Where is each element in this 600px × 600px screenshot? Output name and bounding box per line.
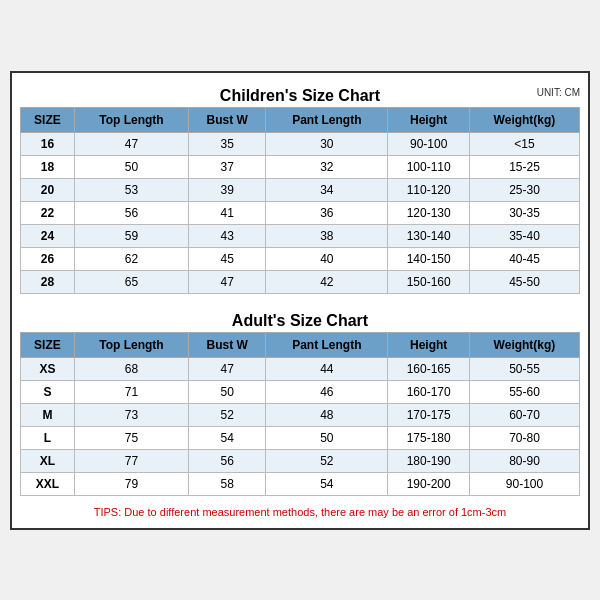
adult-cell: 54 [266, 472, 388, 495]
children-cell: 37 [189, 155, 266, 178]
adult-cell: 190-200 [388, 472, 470, 495]
children-cell: 47 [189, 270, 266, 293]
children-cell: 45 [189, 247, 266, 270]
children-table-row: 24594338130-14035-40 [21, 224, 580, 247]
chart-container: Children's Size Chart UNIT: CM SIZE Top … [10, 71, 590, 530]
adult-cell: S [21, 380, 75, 403]
adult-table: SIZE Top Length Bust W Pant Length Heigh… [20, 332, 580, 496]
children-cell: 90-100 [388, 132, 470, 155]
adult-title-text: Adult's Size Chart [232, 312, 368, 329]
adult-cell: 90-100 [469, 472, 579, 495]
children-cell: 20 [21, 178, 75, 201]
adult-cell: 175-180 [388, 426, 470, 449]
adult-cell: 71 [74, 380, 188, 403]
adult-col-pant-length: Pant Length [266, 332, 388, 357]
children-col-pant-length: Pant Length [266, 107, 388, 132]
children-cell: 130-140 [388, 224, 470, 247]
children-cell: 45-50 [469, 270, 579, 293]
children-cell: 42 [266, 270, 388, 293]
adult-cell: XS [21, 357, 75, 380]
children-cell: 35 [189, 132, 266, 155]
adult-cell: 50 [189, 380, 266, 403]
adult-cell: 160-165 [388, 357, 470, 380]
children-cell: 16 [21, 132, 75, 155]
adult-cell: 70-80 [469, 426, 579, 449]
children-cell: 120-130 [388, 201, 470, 224]
adult-col-weight: Weight(kg) [469, 332, 579, 357]
children-col-top-length: Top Length [74, 107, 188, 132]
children-cell: 32 [266, 155, 388, 178]
children-cell: 15-25 [469, 155, 579, 178]
adult-cell: 47 [189, 357, 266, 380]
children-section-title: Children's Size Chart UNIT: CM [20, 81, 580, 107]
children-cell: 150-160 [388, 270, 470, 293]
children-cell: 140-150 [388, 247, 470, 270]
children-cell: 41 [189, 201, 266, 224]
children-cell: 39 [189, 178, 266, 201]
children-cell: 56 [74, 201, 188, 224]
children-cell: 30-35 [469, 201, 579, 224]
children-col-bust-w: Bust W [189, 107, 266, 132]
adult-cell: M [21, 403, 75, 426]
adult-cell: 79 [74, 472, 188, 495]
adult-cell: 52 [266, 449, 388, 472]
adult-cell: 75 [74, 426, 188, 449]
adult-table-row: M735248170-17560-70 [21, 403, 580, 426]
children-cell: 100-110 [388, 155, 470, 178]
tips-text: TIPS: Due to different measurement metho… [20, 500, 580, 520]
children-cell: 65 [74, 270, 188, 293]
children-cell: 36 [266, 201, 388, 224]
children-cell: <15 [469, 132, 579, 155]
children-table-row: 1647353090-100<15 [21, 132, 580, 155]
adult-cell: 56 [189, 449, 266, 472]
children-cell: 40-45 [469, 247, 579, 270]
adult-header-row: SIZE Top Length Bust W Pant Length Heigh… [21, 332, 580, 357]
adult-section-title: Adult's Size Chart [20, 306, 580, 332]
adult-cell: 73 [74, 403, 188, 426]
children-cell: 18 [21, 155, 75, 178]
adult-cell: 77 [74, 449, 188, 472]
adult-cell: XL [21, 449, 75, 472]
adult-cell: 55-60 [469, 380, 579, 403]
adult-cell: 46 [266, 380, 388, 403]
children-table-row: 26624540140-15040-45 [21, 247, 580, 270]
children-cell: 26 [21, 247, 75, 270]
adult-cell: 180-190 [388, 449, 470, 472]
children-cell: 35-40 [469, 224, 579, 247]
children-cell: 22 [21, 201, 75, 224]
adult-cell: 52 [189, 403, 266, 426]
children-cell: 59 [74, 224, 188, 247]
adult-cell: 68 [74, 357, 188, 380]
children-cell: 47 [74, 132, 188, 155]
adult-cell: L [21, 426, 75, 449]
children-table-row: 18503732100-11015-25 [21, 155, 580, 178]
adult-table-row: XS684744160-16550-55 [21, 357, 580, 380]
children-col-weight: Weight(kg) [469, 107, 579, 132]
children-cell: 40 [266, 247, 388, 270]
children-title-text: Children's Size Chart [220, 87, 380, 104]
adult-col-size: SIZE [21, 332, 75, 357]
children-header-row: SIZE Top Length Bust W Pant Length Heigh… [21, 107, 580, 132]
children-table: SIZE Top Length Bust W Pant Length Heigh… [20, 107, 580, 294]
adult-cell: 60-70 [469, 403, 579, 426]
adult-cell: XXL [21, 472, 75, 495]
adult-cell: 44 [266, 357, 388, 380]
children-table-row: 28654742150-16045-50 [21, 270, 580, 293]
children-col-height: Height [388, 107, 470, 132]
adult-col-bust-w: Bust W [189, 332, 266, 357]
children-cell: 30 [266, 132, 388, 155]
children-cell: 43 [189, 224, 266, 247]
adult-cell: 160-170 [388, 380, 470, 403]
children-table-row: 20533934110-12025-30 [21, 178, 580, 201]
children-cell: 28 [21, 270, 75, 293]
adult-cell: 48 [266, 403, 388, 426]
children-table-row: 22564136120-13030-35 [21, 201, 580, 224]
adult-cell: 50 [266, 426, 388, 449]
adult-table-row: L755450175-18070-80 [21, 426, 580, 449]
children-cell: 25-30 [469, 178, 579, 201]
adult-cell: 170-175 [388, 403, 470, 426]
unit-label: UNIT: CM [537, 87, 580, 98]
adult-cell: 50-55 [469, 357, 579, 380]
adult-cell: 54 [189, 426, 266, 449]
adult-table-row: S715046160-17055-60 [21, 380, 580, 403]
